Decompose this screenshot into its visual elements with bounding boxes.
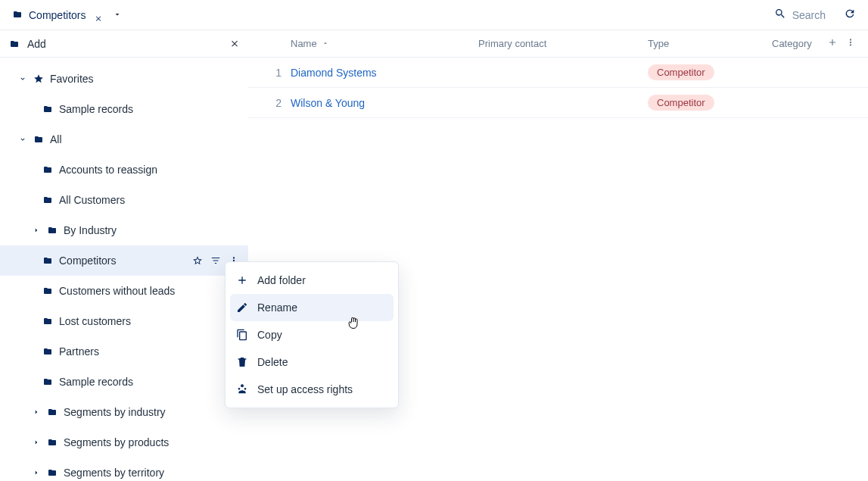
close-sidebar-button[interactable] xyxy=(230,38,239,50)
tab-label: Competitors xyxy=(29,9,86,21)
sidebar-item-partners[interactable]: Partners xyxy=(0,336,248,367)
folder-icon xyxy=(33,135,44,144)
sidebar-item-competitors[interactable]: Competitors xyxy=(0,245,248,276)
add-button[interactable]: Add xyxy=(9,38,46,50)
folder-icon xyxy=(42,377,53,386)
folder-icon xyxy=(9,39,20,48)
tree-label: Customers without leads xyxy=(59,285,175,297)
folder-icon xyxy=(42,195,53,205)
row-number: 2 xyxy=(248,97,291,109)
folder-icon xyxy=(12,10,23,20)
cell-type: Competitor xyxy=(648,64,772,80)
menu-delete[interactable]: Delete xyxy=(226,348,398,376)
sidebar-item-segments-by-industry[interactable]: Segments by industry xyxy=(0,397,248,427)
add-column-button[interactable] xyxy=(827,37,838,50)
tab-dropdown[interactable] xyxy=(113,9,122,21)
search-button[interactable]: Search xyxy=(774,8,826,22)
type-tag: Competitor xyxy=(648,95,714,111)
row-number: 1 xyxy=(248,67,291,79)
search-label: Search xyxy=(792,9,826,21)
context-menu: Add folder Rename Copy Delete Set up acc… xyxy=(225,261,399,408)
cell-name-link[interactable]: Wilson & Young xyxy=(291,97,478,109)
folder-icon xyxy=(42,256,53,265)
folder-icon xyxy=(47,226,58,235)
header-bar: Competitors Search xyxy=(0,0,868,30)
col-header-name[interactable]: Name xyxy=(291,38,478,49)
chevron-right-icon xyxy=(32,469,41,476)
folder-icon xyxy=(47,468,58,477)
table-row[interactable]: 2 Wilson & Young Competitor xyxy=(248,88,868,118)
refresh-button[interactable] xyxy=(844,8,856,22)
table-options-button[interactable] xyxy=(845,37,856,50)
table-row[interactable]: 1 Diamond Systems Competitor xyxy=(248,58,868,88)
tree-label: Segments by territory xyxy=(64,467,164,479)
sidebar-item-sample-records[interactable]: Sample records xyxy=(0,367,248,397)
sidebar-item-segments-by-territory[interactable]: Segments by territory xyxy=(0,458,248,481)
sidebar: Favorites Sample records All Accounts to… xyxy=(0,58,248,481)
menu-label: Add folder xyxy=(257,274,306,286)
menu-add-folder[interactable]: Add folder xyxy=(226,267,398,294)
tree-label: Competitors xyxy=(59,255,116,267)
search-icon xyxy=(774,8,786,22)
folder-icon xyxy=(42,317,53,326)
cell-type: Competitor xyxy=(648,95,772,111)
menu-label: Rename xyxy=(257,301,297,314)
sort-up-icon xyxy=(322,38,329,49)
type-tag: Competitor xyxy=(648,64,714,80)
tree-label: Sample records xyxy=(59,376,133,388)
add-label: Add xyxy=(27,38,46,50)
favorite-toggle[interactable] xyxy=(192,255,203,266)
menu-label: Copy xyxy=(257,329,282,341)
menu-label: Set up access rights xyxy=(257,383,353,395)
folder-icon xyxy=(42,286,53,295)
tree-label: All xyxy=(50,133,62,145)
tree-label: Sample records xyxy=(59,103,133,115)
table-header: Name Primary contact Type Category xyxy=(248,30,868,57)
subheader: Add Name Primary contact Type Category xyxy=(0,30,868,58)
col-header-primary-contact[interactable]: Primary contact xyxy=(478,38,648,49)
menu-label: Delete xyxy=(257,356,288,368)
col-header-type[interactable]: Type xyxy=(648,38,772,49)
close-icon[interactable] xyxy=(95,12,101,18)
chevron-down-icon xyxy=(18,75,27,83)
cell-name-link[interactable]: Diamond Systems xyxy=(291,67,478,79)
menu-access-rights[interactable]: Set up access rights xyxy=(226,376,398,403)
tree-label: Partners xyxy=(59,345,99,358)
chevron-right-icon xyxy=(32,439,41,446)
sidebar-item-sample-records-fav[interactable]: Sample records xyxy=(0,94,248,124)
sidebar-item-by-industry[interactable]: By Industry xyxy=(0,215,248,245)
breadcrumb-tab[interactable]: Competitors xyxy=(12,9,101,21)
chevron-right-icon xyxy=(32,408,41,416)
filter-icon[interactable] xyxy=(210,255,221,266)
tree-label: Segments by products xyxy=(64,436,169,448)
star-icon xyxy=(33,73,44,84)
menu-rename[interactable]: Rename xyxy=(230,294,394,321)
folder-icon xyxy=(42,165,53,174)
sidebar-item-all-customers[interactable]: All Customers xyxy=(0,185,248,215)
col-header-category[interactable]: Category xyxy=(772,38,814,49)
tree-label: Accounts to reassign xyxy=(59,164,157,176)
folder-icon xyxy=(42,347,53,356)
tree-label: Lost customers xyxy=(59,315,131,327)
refresh-icon xyxy=(844,10,856,22)
folder-icon xyxy=(47,408,58,417)
folder-icon xyxy=(42,105,53,114)
menu-copy[interactable]: Copy xyxy=(226,321,398,348)
tree-label: All Customers xyxy=(59,194,125,206)
folder-icon xyxy=(47,438,58,447)
sidebar-item-all[interactable]: All xyxy=(0,124,248,155)
chevron-down-icon xyxy=(18,136,27,143)
chevron-right-icon xyxy=(32,226,41,234)
tree-label: Favorites xyxy=(50,73,94,85)
sidebar-item-customers-without-leads[interactable]: Customers without leads xyxy=(0,276,248,306)
sidebar-item-segments-by-products[interactable]: Segments by products xyxy=(0,427,248,458)
tree-label: Segments by industry xyxy=(64,406,166,418)
sidebar-item-favorites[interactable]: Favorites xyxy=(0,64,248,94)
tree-label: By Industry xyxy=(64,224,117,236)
sidebar-item-accounts-to-reassign[interactable]: Accounts to reassign xyxy=(0,155,248,185)
sidebar-item-lost-customers[interactable]: Lost customers xyxy=(0,306,248,336)
